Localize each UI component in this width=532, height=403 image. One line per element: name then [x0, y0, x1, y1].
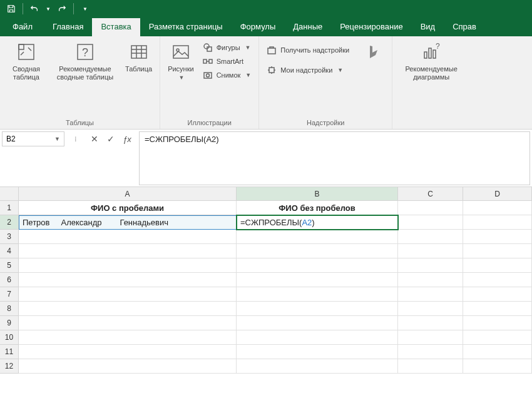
cell-A12[interactable] — [19, 359, 237, 374]
cell-A11[interactable] — [19, 345, 237, 359]
customize-qat[interactable]: ▼ — [78, 1, 93, 16]
cell-D5[interactable] — [463, 258, 532, 273]
row-header-3[interactable]: 3 — [0, 230, 19, 244]
pictures-button[interactable]: Рисунки ▼ — [164, 40, 198, 82]
cell-B9[interactable] — [237, 316, 398, 330]
table-button[interactable]: Таблица — [121, 40, 156, 74]
cell-D2[interactable] — [463, 215, 532, 230]
ribbon: Сводная таблица ? Рекомендуемые сводные … — [0, 36, 532, 130]
my-addins-button[interactable]: Мои надстройки▼ — [265, 64, 350, 76]
pivot-table-button[interactable]: Сводная таблица — [4, 40, 49, 83]
redo-button[interactable] — [54, 1, 69, 16]
cell-C10[interactable] — [398, 330, 463, 345]
row-header-12[interactable]: 12 — [0, 359, 19, 374]
tab-formulas[interactable]: Формулы — [232, 18, 285, 36]
cell-B4[interactable] — [237, 244, 398, 258]
row-header-8[interactable]: 8 — [0, 302, 19, 316]
cell-B11[interactable] — [237, 345, 398, 359]
shapes-button[interactable]: Фигуры▼ — [202, 41, 253, 54]
tab-data[interactable]: Данные — [284, 18, 331, 36]
cell-A9[interactable] — [19, 316, 237, 330]
cell-A6[interactable] — [19, 273, 237, 287]
get-addins-button[interactable]: Получить надстройки — [265, 44, 350, 56]
formula-bar-input[interactable]: =СЖПРОБЕЛЫ(A2) — [139, 131, 530, 185]
formula-bar-separator[interactable]: ⁞ — [64, 131, 86, 146]
cell-D4[interactable] — [463, 244, 532, 258]
row-header-6[interactable]: 6 — [0, 273, 19, 287]
cell-A5[interactable] — [19, 258, 237, 273]
col-header-D[interactable]: D — [463, 187, 532, 200]
col-header-C[interactable]: C — [398, 187, 463, 200]
undo-dropdown[interactable]: ▼ — [44, 1, 52, 16]
row-header-5[interactable]: 5 — [0, 258, 19, 273]
cell-A8[interactable] — [19, 302, 237, 316]
cell-D1[interactable] — [463, 201, 532, 215]
cell-D10[interactable] — [463, 330, 532, 345]
cell-B2[interactable]: =СЖПРОБЕЛЫ(A2) — [237, 215, 398, 230]
cell-A10[interactable] — [19, 330, 237, 345]
tab-review[interactable]: Рецензирование — [331, 18, 411, 36]
tab-view[interactable]: Вид — [412, 18, 444, 36]
row-header-10[interactable]: 10 — [0, 330, 19, 345]
cell-D6[interactable] — [463, 273, 532, 287]
recommended-charts-button[interactable]: ? Рекомендуемые диаграммы — [396, 40, 466, 83]
ribbon-group-charts: ? Рекомендуемые диаграммы — [392, 36, 470, 129]
cell-B8[interactable] — [237, 302, 398, 316]
name-box[interactable]: B2 ▼ — [2, 131, 64, 146]
row-4: 4 — [0, 244, 532, 258]
cell-C4[interactable] — [398, 244, 463, 258]
enter-formula-button[interactable]: ✓ — [103, 131, 119, 146]
cell-A1[interactable]: ФИО с пробелами — [19, 201, 237, 215]
cell-B6[interactable] — [237, 273, 398, 287]
col-header-A[interactable]: A — [19, 187, 237, 200]
insert-function-button[interactable]: ƒx — [119, 131, 135, 146]
cell-C3[interactable] — [398, 230, 463, 244]
row-5: 5 — [0, 258, 532, 273]
row-header-2[interactable]: 2 — [0, 215, 19, 230]
row-header-4[interactable]: 4 — [0, 244, 19, 258]
cell-D12[interactable] — [463, 359, 532, 374]
cell-A2[interactable]: Петров Александр Геннадьевич — [19, 215, 237, 230]
screenshot-button[interactable]: Снимок▼ — [202, 69, 253, 81]
cell-A4[interactable] — [19, 244, 237, 258]
cell-C9[interactable] — [398, 316, 463, 330]
row-header-7[interactable]: 7 — [0, 287, 19, 302]
cell-C2[interactable] — [398, 215, 463, 230]
cell-B1[interactable]: ФИО без пробелов — [237, 201, 398, 215]
tab-page-layout[interactable]: Разметка страницы — [140, 18, 232, 36]
tab-home[interactable]: Главная — [44, 18, 92, 36]
row-header-9[interactable]: 9 — [0, 316, 19, 330]
cell-A7[interactable] — [19, 287, 237, 302]
cell-D8[interactable] — [463, 302, 532, 316]
cell-D9[interactable] — [463, 316, 532, 330]
recommended-pivot-button[interactable]: ? Рекомендуемые сводные таблицы — [50, 40, 120, 83]
select-all-corner[interactable] — [0, 187, 19, 200]
cell-B10[interactable] — [237, 330, 398, 345]
cell-D7[interactable] — [463, 287, 532, 302]
row-header-1[interactable]: 1 — [0, 201, 19, 215]
undo-button[interactable] — [27, 1, 42, 16]
cell-C1[interactable] — [398, 201, 463, 215]
tab-help[interactable]: Справ — [444, 18, 485, 36]
cell-A3[interactable] — [19, 230, 237, 244]
cell-C11[interactable] — [398, 345, 463, 359]
bing-maps-button[interactable] — [359, 40, 388, 65]
cell-B12[interactable] — [237, 359, 398, 374]
cell-C7[interactable] — [398, 287, 463, 302]
cancel-formula-button[interactable]: ✕ — [86, 131, 103, 146]
cell-D11[interactable] — [463, 345, 532, 359]
cell-C5[interactable] — [398, 258, 463, 273]
smartart-button[interactable]: SmartArt — [202, 55, 253, 68]
cell-D3[interactable] — [463, 230, 532, 244]
cell-B5[interactable] — [237, 258, 398, 273]
tab-insert[interactable]: Вставка — [92, 18, 140, 36]
cell-B3[interactable] — [237, 230, 398, 244]
cell-C8[interactable] — [398, 302, 463, 316]
row-header-11[interactable]: 11 — [0, 345, 19, 359]
cell-C6[interactable] — [398, 273, 463, 287]
save-button[interactable] — [4, 1, 19, 16]
col-header-B[interactable]: B — [237, 187, 398, 200]
tab-file[interactable]: Файл — [1, 18, 44, 36]
cell-C12[interactable] — [398, 359, 463, 374]
cell-B7[interactable] — [237, 287, 398, 302]
